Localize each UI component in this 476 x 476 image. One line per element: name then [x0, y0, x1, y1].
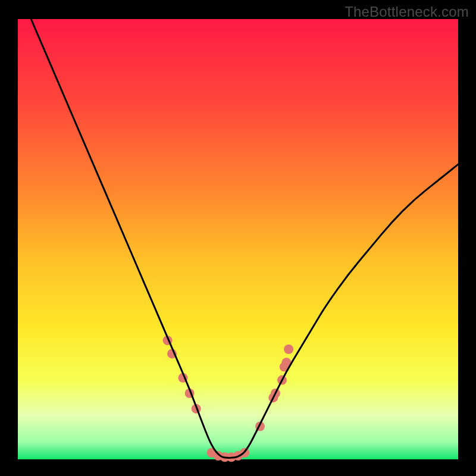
chart-stage: TheBottleneck.com: [0, 0, 476, 476]
plot-background: [18, 19, 458, 459]
watermark-text: TheBottleneck.com: [345, 4, 469, 20]
curve-marker: [284, 345, 293, 354]
chart-svg: [0, 0, 476, 476]
